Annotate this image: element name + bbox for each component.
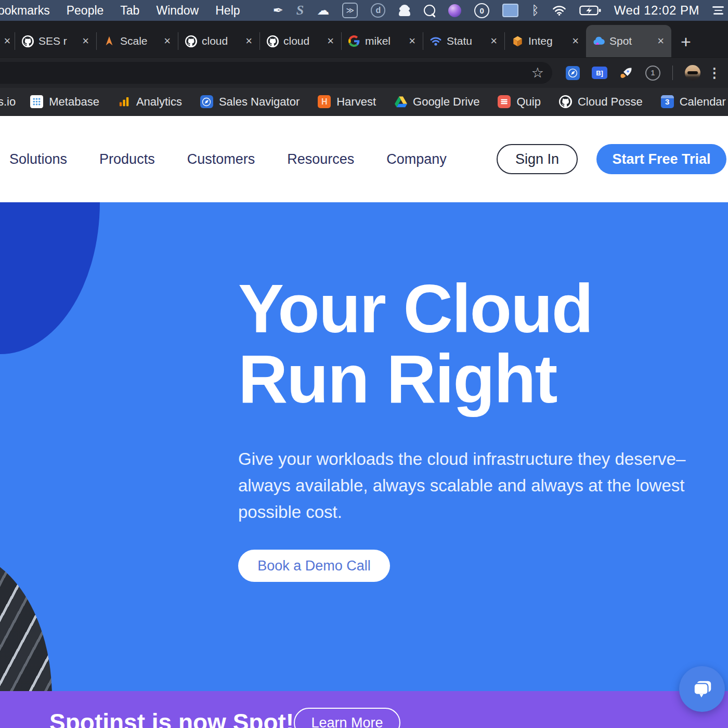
tab-label: mikel	[365, 35, 403, 47]
tab-label: SES r	[38, 35, 76, 47]
profile-avatar[interactable]	[685, 65, 700, 81]
tab-close-icon[interactable]: ×	[656, 35, 665, 47]
menu-bookmarks[interactable]: ookmarks	[0, 4, 58, 18]
browser-tab-partial[interactable]: ×	[0, 25, 15, 57]
panel-chevrons-icon[interactable]: ≫	[342, 3, 358, 18]
tab-close-icon[interactable]: ×	[408, 35, 417, 47]
bookmark-label: Metabase	[49, 95, 99, 109]
google-drive-icon	[394, 95, 407, 108]
hero-title: Your Cloud Run Right	[238, 274, 592, 414]
menu-help[interactable]: Help	[207, 4, 248, 18]
bookmark-label: Calendar	[680, 95, 726, 109]
learn-more-button[interactable]: Learn More	[294, 708, 400, 728]
book-demo-button[interactable]: Book a Demo Call	[238, 550, 390, 582]
site-header: Solutions Products Customers Resources C…	[0, 116, 728, 202]
bookmark-harvest[interactable]: H Harvest	[318, 95, 376, 109]
github-icon	[266, 35, 279, 47]
purple-sphere-icon[interactable]	[448, 4, 461, 17]
quill-icon[interactable]: ✒	[273, 3, 283, 18]
spot-cloud-icon	[592, 35, 605, 47]
bookmark-sio[interactable]: s.io	[0, 95, 16, 109]
bookmark-analytics[interactable]: Analytics	[118, 95, 182, 109]
tab-label: Statu	[447, 35, 485, 47]
cloudapp-icon[interactable]: ☁	[317, 3, 329, 18]
hero-title-line2: Run Right	[238, 344, 592, 414]
browser-tab-cloud-2[interactable]: cloud ×	[260, 25, 341, 57]
wifi-icon[interactable]	[552, 3, 566, 18]
macos-menubar: ookmarks People Tab Window Help ✒ S ☁ ≫ …	[0, 0, 728, 21]
info-circle-extension-icon[interactable]: 1	[645, 66, 660, 81]
menu-window[interactable]: Window	[148, 4, 207, 18]
tab-close-icon[interactable]: ×	[163, 35, 172, 47]
display-icon[interactable]	[502, 4, 518, 17]
tab-close-icon[interactable]: ×	[326, 35, 335, 47]
bluetooth-icon[interactable]: ᛒ	[531, 3, 539, 18]
browser-tab-spot-active[interactable]: Spot ×	[586, 25, 671, 57]
bookmark-label: Google Drive	[413, 95, 479, 109]
new-tab-button[interactable]: +	[681, 32, 691, 52]
browser-tab-ses[interactable]: SES r ×	[15, 25, 96, 57]
menu-tab[interactable]: Tab	[112, 4, 148, 18]
harvest-icon: H	[318, 95, 331, 108]
bookmark-sales-navigator[interactable]: Sales Navigator	[200, 95, 300, 109]
tab-close-icon[interactable]: ×	[81, 35, 90, 47]
browser-tab-status[interactable]: Statu ×	[423, 25, 504, 57]
menubar-clock[interactable]: Wed 12:02 PM	[614, 3, 699, 18]
bookmark-cloud-posse[interactable]: Cloud Posse	[559, 95, 643, 109]
google-icon	[348, 35, 360, 47]
hero-title-line1: Your Cloud	[238, 274, 592, 344]
hero-description: Give your workloads the cloud infrastruc…	[238, 446, 722, 525]
bookmark-label: Analytics	[136, 95, 182, 109]
bookmark-metabase[interactable]: Metabase	[30, 95, 99, 109]
analytics-icon	[118, 95, 131, 108]
nav-company[interactable]: Company	[386, 151, 447, 167]
tab-close-icon[interactable]: ×	[571, 35, 580, 47]
toolbar-divider	[672, 66, 673, 80]
start-free-trial-button[interactable]: Start Free Trial	[596, 144, 726, 174]
compass-extension-icon[interactable]	[566, 66, 580, 80]
bookmark-calendar[interactable]: 3 Calendar	[661, 95, 726, 109]
nav-solutions[interactable]: Solutions	[9, 151, 67, 167]
calendar-icon: 3	[661, 95, 674, 108]
hero-section: Your Cloud Run Right Give your workloads…	[0, 202, 728, 691]
nav-products[interactable]: Products	[99, 151, 155, 167]
b-tag-extension-icon[interactable]: B]	[592, 67, 607, 79]
menubar-status-icons: ✒ S ☁ ≫ d 0 ᛒ Wed 12:02 PM	[273, 3, 728, 18]
browser-tab-cloud-1[interactable]: cloud ×	[178, 25, 259, 57]
tab-close-icon[interactable]: ×	[489, 35, 498, 47]
quip-icon	[498, 95, 511, 108]
menu-people[interactable]: People	[58, 4, 112, 18]
browser-tab-mikel[interactable]: mikel ×	[342, 25, 423, 57]
d-badge-icon[interactable]: d	[371, 3, 385, 18]
integration-cube-icon	[511, 35, 524, 47]
nav-resources[interactable]: Resources	[287, 151, 354, 167]
bookmark-star-icon[interactable]: ☆	[531, 66, 544, 80]
battery-charging-icon[interactable]	[579, 3, 601, 18]
browser-tabstrip: × SES r × Scale × cloud × cloud × mi	[0, 21, 728, 57]
zero-circle-icon[interactable]: 0	[474, 3, 489, 18]
nav-customers[interactable]: Customers	[187, 151, 255, 167]
tab-close-icon[interactable]: ×	[244, 35, 253, 47]
tab-label: Scale	[120, 35, 158, 47]
browser-tab-integ[interactable]: Integ ×	[505, 25, 586, 57]
hero-dark-curve-shape	[0, 202, 100, 354]
chat-widget-button[interactable]	[679, 666, 725, 712]
bookmark-quip[interactable]: Quip	[498, 95, 540, 109]
metabase-icon	[30, 95, 43, 108]
browser-tab-scale[interactable]: Scale ×	[97, 25, 178, 57]
address-bar[interactable]: ☆	[0, 62, 552, 84]
tab-close-icon[interactable]: ×	[3, 35, 12, 47]
tab-label: cloud	[202, 35, 240, 47]
rocket-extension-icon[interactable]	[619, 66, 633, 80]
banner-text: Spotinst is now Spot!	[49, 708, 294, 728]
s-app-icon[interactable]: S	[296, 3, 304, 18]
bookmark-google-drive[interactable]: Google Drive	[394, 95, 479, 109]
spotlight-search-icon[interactable]	[424, 5, 435, 16]
gorilla-icon[interactable]	[398, 5, 411, 16]
notification-list-icon[interactable]	[712, 3, 724, 18]
github-icon	[559, 95, 572, 108]
browser-menu-icon[interactable]: ⋮	[708, 68, 721, 79]
menubar-menus: ookmarks People Tab Window Help	[0, 4, 249, 18]
chat-bubbles-icon	[690, 677, 714, 701]
sign-in-button[interactable]: Sign In	[497, 144, 578, 174]
